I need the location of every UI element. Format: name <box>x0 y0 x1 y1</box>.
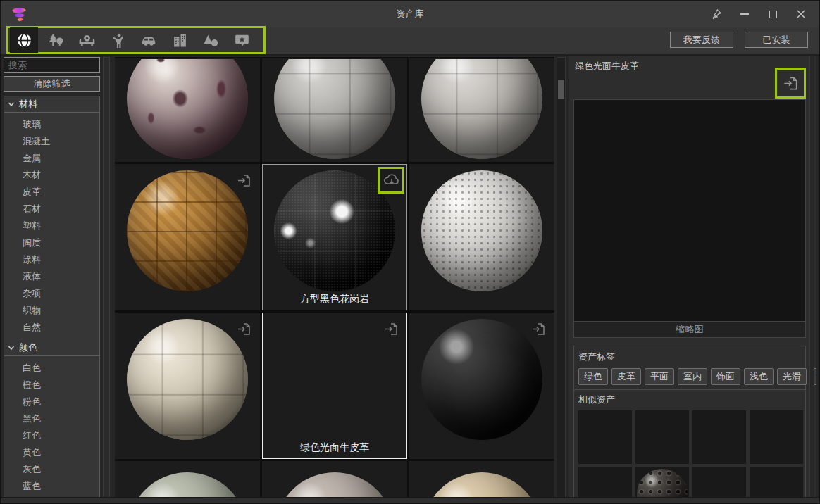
material-card[interactable] <box>115 313 260 459</box>
tag-chip[interactable]: 绿色 <box>578 368 608 385</box>
cloud-download-icon[interactable] <box>383 172 399 189</box>
filter-item[interactable]: 橙色 <box>4 377 99 393</box>
close-icon[interactable] <box>787 1 815 27</box>
import-to-scene-icon[interactable] <box>383 320 399 337</box>
import-to-scene-icon[interactable] <box>235 172 252 189</box>
installed-button[interactable]: 已安装 <box>745 32 808 48</box>
filter-item[interactable]: 玻璃 <box>4 116 99 133</box>
filter-item[interactable]: 涂料 <box>4 251 99 268</box>
material-card[interactable] <box>409 164 554 310</box>
filter-item[interactable]: 混凝土 <box>4 133 99 150</box>
tag-chip[interactable]: 浅色 <box>744 368 774 385</box>
material-card[interactable] <box>115 164 260 310</box>
filter-item[interactable]: 自然 <box>4 319 99 336</box>
import-to-scene-icon[interactable] <box>781 74 800 92</box>
filter-item[interactable]: 白色 <box>4 360 99 377</box>
material-card[interactable] <box>115 461 260 498</box>
category-buildings-icon[interactable] <box>166 28 193 52</box>
category-vehicles-icon[interactable] <box>135 28 162 52</box>
material-card[interactable] <box>115 58 260 162</box>
material-card[interactable]: 绿色光面牛皮革 <box>262 313 407 459</box>
similar-asset-tile[interactable] <box>692 410 746 464</box>
filter-item[interactable]: 杂项 <box>4 285 99 302</box>
chevron-down-icon <box>8 344 15 351</box>
asset-library-window: { "window": { "title": "资产库", "controls"… <box>0 0 820 504</box>
similar-asset-thumbnail <box>637 469 688 498</box>
material-label: 方型黑色花岗岩 <box>263 293 406 305</box>
import-to-scene-icon[interactable] <box>235 320 252 337</box>
filter-item[interactable]: 皮革 <box>4 184 99 201</box>
material-card[interactable] <box>262 461 407 498</box>
material-card[interactable] <box>409 58 554 162</box>
material-thumbnail <box>274 319 395 440</box>
toolbar-actions: 我要反馈 已安装 <box>670 32 808 48</box>
import-to-scene-icon[interactable] <box>530 320 547 337</box>
window-title: 资产库 <box>1 1 819 27</box>
similar-heading: 相似资产 <box>578 393 801 406</box>
filter-item[interactable]: 黑色 <box>4 410 99 427</box>
filter-item[interactable]: 塑料 <box>4 218 99 234</box>
search-input[interactable] <box>4 57 100 73</box>
chevron-down-icon <box>8 101 15 108</box>
tag-chip[interactable]: 饰面 <box>711 368 740 385</box>
similar-asset-tile[interactable] <box>750 467 803 498</box>
section-header-materials[interactable]: 材料 <box>4 96 99 113</box>
tag-chip[interactable]: 光滑 <box>777 368 807 385</box>
section-label: 材料 <box>19 98 37 111</box>
window-bottom-edge <box>1 497 819 503</box>
category-decals-icon[interactable] <box>228 28 255 52</box>
material-card[interactable]: 方型黑色花岗岩 <box>262 164 407 310</box>
tag-chip[interactable]: 皮革 <box>611 368 641 385</box>
filter-item[interactable]: 陶质 <box>4 234 99 251</box>
tags-heading: 资产标签 <box>578 351 801 363</box>
material-thumbnail <box>127 58 248 159</box>
filter-item[interactable]: 石材 <box>4 201 99 218</box>
pin-icon[interactable] <box>702 1 731 27</box>
material-card[interactable] <box>262 58 407 162</box>
grid-scrollbar[interactable] <box>557 57 566 498</box>
similar-asset-tile[interactable] <box>692 467 746 498</box>
category-materials-sphere-icon[interactable] <box>10 27 38 53</box>
category-primitives-icon[interactable] <box>197 28 224 52</box>
material-card[interactable] <box>409 461 554 498</box>
similar-assets-group: 相似资产 <box>573 389 806 498</box>
clear-filters-button[interactable]: 清除筛选 <box>4 76 100 92</box>
asset-tags-group: 资产标签 绿色皮革平面室内饰面浅色光滑有光泽 <box>573 346 806 391</box>
similar-asset-tile[interactable] <box>635 410 689 464</box>
similar-asset-tile[interactable] <box>750 410 803 464</box>
similar-asset-tile[interactable] <box>578 467 632 498</box>
category-furniture-icon[interactable] <box>73 28 100 52</box>
material-card[interactable] <box>409 313 554 459</box>
materials-items: 玻璃混凝土金属木材皮革石材塑料陶质涂料液体杂项织物自然 <box>4 113 99 340</box>
filter-item[interactable]: 灰色 <box>4 461 99 478</box>
filter-item[interactable]: 红色 <box>4 427 99 444</box>
grid-scrollbar-thumb[interactable] <box>558 80 564 99</box>
minimize-icon[interactable] <box>731 1 759 27</box>
sidebar-scrollbar[interactable] <box>103 57 110 498</box>
filter-item[interactable]: 织物 <box>4 302 99 319</box>
section-header-colors[interactable]: 颜色 <box>4 340 99 356</box>
similar-asset-tile[interactable] <box>578 410 632 464</box>
similar-asset-tile[interactable] <box>635 467 689 498</box>
materials-grid: 方型黑色花岗岩 <box>115 57 554 498</box>
maximize-icon[interactable] <box>759 1 787 27</box>
material-thumbnail <box>421 319 542 440</box>
filter-item[interactable]: 木材 <box>4 167 99 184</box>
filter-item[interactable]: 液体 <box>4 268 99 285</box>
tag-chip[interactable]: 室内 <box>678 368 707 385</box>
section-label: 颜色 <box>19 341 37 354</box>
tag-list: 绿色皮革平面室内饰面浅色光滑有光泽 <box>578 368 801 385</box>
similar-asset-thumbnail <box>751 469 802 498</box>
filter-item[interactable]: 蓝色 <box>4 478 99 495</box>
filter-item[interactable]: 粉色 <box>4 393 99 410</box>
filter-item[interactable]: 金属 <box>4 150 99 167</box>
material-thumbnail <box>127 319 248 440</box>
asset-preview <box>573 99 806 322</box>
panel-scrollbar[interactable] <box>809 56 814 498</box>
tag-chip[interactable]: 平面 <box>645 368 674 385</box>
category-vegetation-icon[interactable] <box>42 28 69 52</box>
feedback-button[interactable]: 我要反馈 <box>670 32 733 48</box>
category-characters-icon[interactable] <box>104 28 131 52</box>
material-thumbnail <box>422 472 542 498</box>
filter-item[interactable]: 黄色 <box>4 444 99 461</box>
